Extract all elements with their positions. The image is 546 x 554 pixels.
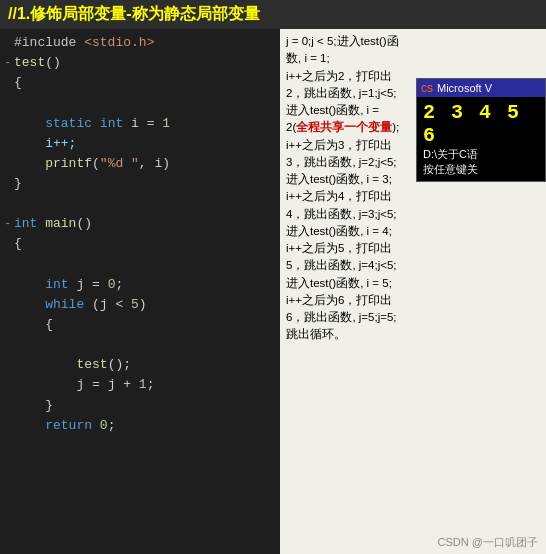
code-line: static int i = 1: [0, 114, 280, 134]
code-line: int j = 0;: [0, 275, 280, 295]
include-file: <stdio.h>: [84, 35, 154, 50]
semicolon: ;: [108, 418, 116, 433]
popup-titlebar: cs Microsoft V: [417, 79, 545, 97]
code-line: }: [0, 174, 280, 194]
popup-icon: cs: [421, 81, 433, 95]
brace-close: }: [45, 398, 53, 413]
var-j: j =: [69, 277, 108, 292]
code-line: {: [0, 73, 280, 93]
string-literal: "%d ": [100, 156, 139, 171]
brace: {: [14, 236, 22, 251]
code-line: test();: [0, 355, 280, 375]
number: 1: [162, 116, 170, 131]
keyword-int: int: [100, 116, 123, 131]
parens: (): [45, 55, 61, 70]
keyword-while: while: [45, 297, 84, 312]
number-five: 5: [131, 297, 139, 312]
code-content: test(): [14, 53, 280, 73]
code-content: }: [14, 174, 280, 194]
keyword-static: static: [45, 116, 92, 131]
code-content: [14, 93, 280, 113]
paren-open: (: [92, 156, 100, 171]
popup-window: cs Microsoft V 2 3 4 5 6 D:\关于C语 按任意键关: [416, 78, 546, 182]
number-zero: 0: [100, 418, 108, 433]
code-line: [0, 255, 280, 275]
highlight-shared-var: 全程共享一个变量: [296, 121, 392, 133]
code-content: {: [14, 315, 280, 335]
code-content: printf("%d ", i): [14, 154, 280, 174]
code-line: printf("%d ", i): [0, 154, 280, 174]
code-content: [14, 194, 280, 214]
code-line: j = j + 1;: [0, 375, 280, 395]
popup-title: Microsoft V: [437, 82, 492, 94]
popup-numbers: 2 3 4 5 6: [423, 101, 539, 147]
code-content: i++;: [14, 134, 280, 154]
title-text: //1.修饰局部变量-称为静态局部变量: [8, 5, 260, 22]
watermark: CSDN @一口叽团子: [438, 534, 538, 551]
keyword-return: return: [45, 418, 92, 433]
line-marker: -: [4, 54, 14, 73]
var-decl: i =: [123, 116, 162, 131]
func-printf: printf: [45, 156, 92, 171]
paren-close: ): [139, 297, 147, 312]
code-content: {: [14, 234, 280, 254]
code-content: [14, 255, 280, 275]
code-line: while (j < 5): [0, 295, 280, 315]
code-content: return 0;: [14, 416, 280, 436]
number-one: 1: [139, 377, 147, 392]
keyword-int: int: [45, 277, 68, 292]
call-parens: ();: [108, 357, 131, 372]
main-container: //1.修饰局部变量-称为静态局部变量 #include <stdio.h> -…: [0, 0, 546, 554]
line-marker: -: [4, 215, 14, 234]
popup-content: 2 3 4 5 6 D:\关于C语 按任意键关: [417, 97, 545, 181]
code-line: {: [0, 315, 280, 335]
code-line: return 0;: [0, 416, 280, 436]
code-line: #include <stdio.h>: [0, 33, 280, 53]
brace: {: [45, 317, 53, 332]
code-line: - test(): [0, 53, 280, 73]
code-line: - int main(): [0, 214, 280, 234]
code-content: int j = 0;: [14, 275, 280, 295]
code-content: {: [14, 73, 280, 93]
code-content: j = j + 1;: [14, 375, 280, 395]
code-line: [0, 335, 280, 355]
semicolon: ;: [115, 277, 123, 292]
code-content: [14, 335, 280, 355]
space: [92, 418, 100, 433]
code-line: {: [0, 234, 280, 254]
keyword-int: int: [14, 216, 37, 231]
parens: (): [76, 216, 92, 231]
semicolon: ;: [147, 377, 155, 392]
increment-j: j = j +: [76, 377, 138, 392]
code-content: static int i = 1: [14, 114, 280, 134]
code-content: while (j < 5): [14, 295, 280, 315]
popup-text1: D:\关于C语: [423, 147, 539, 162]
brace-close: }: [14, 176, 22, 191]
args: , i): [139, 156, 170, 171]
code-content: }: [14, 396, 280, 416]
code-panel: #include <stdio.h> - test() { static int…: [0, 29, 280, 554]
statement: i++;: [45, 136, 76, 151]
main-func: main: [45, 216, 76, 231]
keyword: #include: [14, 35, 84, 50]
while-cond: (j <: [84, 297, 131, 312]
code-line: }: [0, 396, 280, 416]
brace: {: [14, 75, 22, 90]
popup-anykey: 按任意键关: [423, 162, 539, 177]
title-bar: //1.修饰局部变量-称为静态局部变量: [0, 0, 546, 29]
function-name: test: [14, 55, 45, 70]
code-content: int main(): [14, 214, 280, 234]
func-call-test: test: [76, 357, 107, 372]
code-content: test();: [14, 355, 280, 375]
code-line: i++;: [0, 134, 280, 154]
code-line: [0, 194, 280, 214]
code-line: [0, 93, 280, 113]
code-content: #include <stdio.h>: [14, 33, 280, 53]
